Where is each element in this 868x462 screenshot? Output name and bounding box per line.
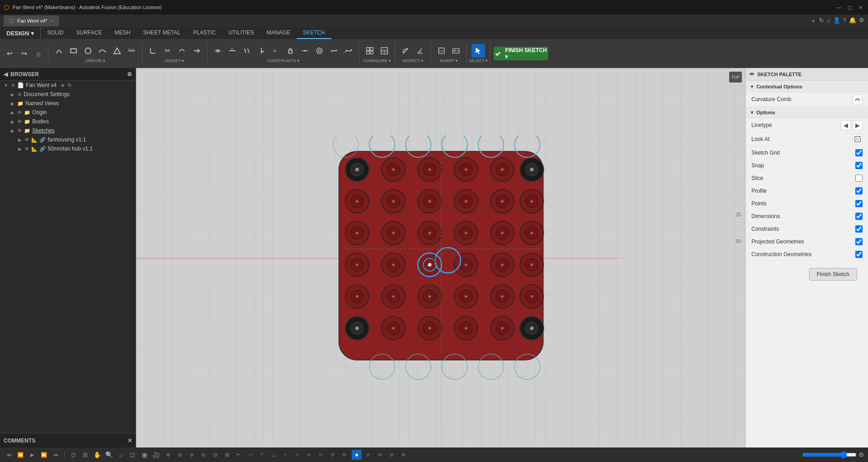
tool-icon-15[interactable]: ⊢	[234, 450, 244, 460]
tool-icon-11[interactable]: ⊜	[186, 450, 196, 460]
linetype-next-button[interactable]: ▶	[853, 120, 863, 130]
tool-icon-3[interactable]: ✋	[92, 450, 102, 460]
points-checkbox[interactable]	[855, 200, 863, 207]
options-section-header[interactable]: ▼ Options	[746, 107, 868, 118]
tool-icon-28[interactable]: ⊯	[399, 450, 409, 460]
tool-icon-18[interactable]: ⊥	[269, 450, 279, 460]
tool-icon-13[interactable]: ⊟	[210, 450, 220, 460]
new-tab-button[interactable]: ＋	[810, 17, 816, 25]
tool-icon-12[interactable]: ⊝	[198, 450, 208, 460]
maximize-button[interactable]: □	[846, 4, 853, 11]
close-button[interactable]: ×	[857, 4, 864, 11]
play-button[interactable]: ▶	[27, 450, 37, 460]
dimensions-checkbox[interactable]	[855, 213, 863, 220]
constraint-parallel[interactable]	[240, 44, 254, 58]
canvas-area[interactable]: Ø24.00 Ø24.00 TOP 25 50	[136, 68, 745, 447]
browser-item-sketches[interactable]: ▶ 👁 📁 Sketches	[0, 126, 136, 135]
insert-image-icon[interactable]	[449, 44, 463, 58]
tab-close-icon[interactable]: ×	[51, 19, 54, 24]
inspect-angle-icon[interactable]	[413, 44, 427, 58]
select-tool-button[interactable]	[471, 44, 485, 58]
tool-icon-9[interactable]: ⊕	[163, 450, 173, 460]
browser-item-root[interactable]: ▼ 👁 📄 Fan Went v4 ★ ↻	[0, 81, 136, 90]
inspect-measure-icon[interactable]	[399, 44, 412, 58]
tool-icon-22[interactable]: ⊩	[316, 450, 326, 460]
constraint-equal[interactable]: =	[269, 44, 283, 58]
tool-icon-23[interactable]: ⊪	[328, 450, 338, 460]
sketch-circle-tool[interactable]	[81, 44, 95, 58]
configure-grid-icon[interactable]	[363, 44, 377, 58]
tool-icon-2[interactable]: ⊞	[80, 450, 90, 460]
tool-icon-21[interactable]: ⊨	[304, 450, 314, 460]
tab-sheet-metal[interactable]: SHEET METAL	[137, 27, 186, 39]
document-tab[interactable]: ⬡ Fan Went v4* ×	[4, 15, 59, 26]
constraint-perpendicular[interactable]	[255, 44, 268, 58]
tab-plastic[interactable]: PLASTIC	[187, 27, 222, 39]
tool-icon-4[interactable]: 🔍	[104, 450, 114, 460]
sketches-visibility-icon[interactable]: 👁	[17, 128, 22, 133]
tool-icon-1[interactable]: ⊙	[69, 450, 78, 460]
play-back-start-button[interactable]: ⏮	[4, 450, 14, 460]
constraint-collinear[interactable]	[327, 44, 341, 58]
sketch-triangle-tool[interactable]	[110, 44, 124, 58]
construction-geometries-checkbox[interactable]	[855, 251, 863, 258]
constraint-horizontal[interactable]: H	[226, 44, 239, 58]
profile-checkbox[interactable]	[855, 187, 863, 195]
sketch-line-tool[interactable]	[125, 44, 138, 58]
curvature-comb-button[interactable]	[853, 94, 863, 104]
projected-geometries-checkbox[interactable]	[855, 238, 863, 245]
minimize-button[interactable]: ─	[835, 4, 843, 11]
sketch-spline-tool[interactable]	[96, 44, 109, 58]
tool-icon-27[interactable]: ⊮	[387, 450, 397, 460]
sketch-scissors-tool[interactable]: ✂	[161, 44, 174, 58]
tool-icon-14[interactable]: ⊠	[222, 450, 232, 460]
constraint-fix[interactable]	[284, 44, 297, 58]
constraint-smooth[interactable]	[342, 44, 355, 58]
tab-manage[interactable]: MANAGE	[260, 27, 297, 39]
look-at-button[interactable]	[853, 134, 863, 144]
origin-visibility-icon[interactable]: 👁	[17, 110, 22, 115]
tool-icon-16[interactable]: ⊣	[245, 450, 255, 460]
insert-label[interactable]: INSERT ▾	[440, 58, 458, 63]
constraints-options-checkbox[interactable]	[855, 225, 863, 233]
finish-sketch-palette-button[interactable]: Finish Sketch	[809, 268, 857, 281]
browser-item-fanhousing[interactable]: ▶ 👁 📐 🔗 fanhousing v1:1	[0, 135, 136, 144]
configure-label[interactable]: CONFIGURE ▾	[363, 58, 391, 63]
browser-collapse-icon[interactable]: ◀	[4, 71, 8, 78]
tool-icon-5[interactable]: ⌕	[116, 450, 126, 460]
tab-notifications-button[interactable]: 🔔	[849, 17, 856, 25]
browser-settings-icon[interactable]: ⚙	[127, 71, 132, 78]
tab-settings-button[interactable]: ⚙	[859, 17, 864, 25]
top-view-button[interactable]: TOP	[729, 72, 742, 83]
tab-utilities[interactable]: UTILITIES	[222, 27, 260, 39]
tab-solid[interactable]: SOLID	[41, 27, 70, 39]
active-tool-button[interactable]: ■	[352, 450, 362, 460]
modify-label[interactable]: MODIFY ▾	[165, 58, 184, 63]
comments-close-icon[interactable]: ✕	[128, 438, 132, 444]
tool-icon-10[interactable]: ⊛	[175, 450, 185, 460]
sketch-offset-tool[interactable]	[175, 44, 189, 58]
tool-icon-19[interactable]: ⊦	[281, 450, 291, 460]
root-visibility-icon[interactable]: 👁	[11, 83, 15, 88]
browser-item-origin[interactable]: ▶ 👁 📁 Origin	[0, 108, 136, 117]
snap-checkbox[interactable]	[855, 162, 863, 169]
contextual-options-section-header[interactable]: ▼ Contextual Options	[746, 81, 868, 92]
browser-item-doc-settings[interactable]: ▶ ⚙ Document Settings	[0, 90, 136, 99]
bodies-visibility-icon[interactable]: 👁	[17, 119, 22, 124]
fanhousing-visibility-icon[interactable]: 👁	[25, 137, 29, 142]
browser-item-bodies[interactable]: ▶ 👁 📁 Bodies	[0, 117, 136, 126]
design-dropdown-button[interactable]: DESIGN ▾	[1, 27, 39, 39]
create-label[interactable]: CREATE ▾	[85, 58, 105, 63]
tool-icon-24[interactable]: ⊫	[340, 450, 350, 460]
play-forward-button[interactable]: ⏩	[39, 450, 49, 460]
inspect-label[interactable]: INSPECT ▾	[402, 58, 423, 63]
tool-icon-20[interactable]: ⊧	[293, 450, 303, 460]
sketch-extend-tool[interactable]	[190, 44, 203, 58]
sketch-fillet-tool[interactable]	[146, 44, 160, 58]
browser-item-hub[interactable]: ▶ 👁 📐 🔗 50mmfan hub v1:1	[0, 144, 136, 153]
tab-sketch[interactable]: SKETCH	[297, 27, 332, 39]
redo-button[interactable]: ↪	[17, 47, 31, 60]
browser-item-named-views[interactable]: ▶ 📁 Named Views	[0, 99, 136, 108]
tab-account-button[interactable]: 👤	[833, 17, 840, 25]
play-back-button[interactable]: ⏪	[15, 450, 25, 460]
